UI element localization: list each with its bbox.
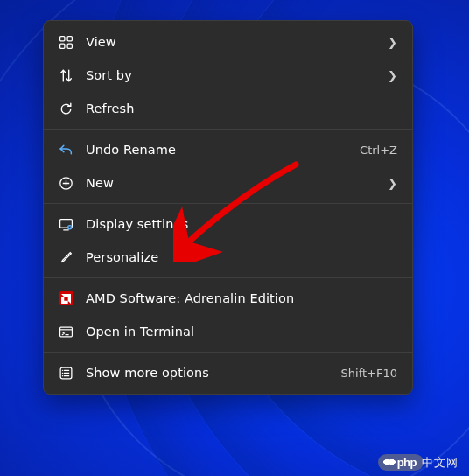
menu-item-label: Personalize	[86, 250, 397, 264]
new-icon	[59, 176, 74, 191]
menu-item-label: Sort by	[86, 68, 374, 82]
menu-item-label: Display settings	[86, 217, 397, 231]
svg-rect-0	[60, 36, 65, 40]
more-options-icon	[59, 366, 74, 381]
menu-separator	[44, 129, 412, 130]
svg-rect-3	[67, 44, 72, 48]
menu-item-label: New	[86, 176, 374, 190]
menu-item-label: Open in Terminal	[86, 325, 397, 339]
menu-separator	[44, 203, 412, 204]
menu-item-accelerator: Ctrl+Z	[360, 144, 397, 157]
desktop-context-menu: View ❯ Sort by ❯ Refresh Undo Rename Ctr…	[43, 20, 413, 395]
menu-item-show-more-options[interactable]: Show more options Shift+F10	[48, 356, 408, 389]
menu-item-display-settings[interactable]: Display settings	[48, 207, 408, 241]
personalize-icon	[59, 250, 74, 265]
menu-item-label: Refresh	[86, 102, 397, 116]
menu-item-sort[interactable]: Sort by ❯	[48, 59, 408, 92]
menu-item-new[interactable]: New ❯	[48, 166, 408, 200]
menu-item-label: Show more options	[86, 366, 329, 380]
refresh-icon	[59, 102, 74, 116]
menu-item-label: AMD Software: Adrenalin Edition	[86, 291, 397, 305]
undo-icon	[59, 143, 74, 158]
chevron-right-icon: ❯	[387, 36, 397, 49]
sort-icon	[59, 68, 74, 83]
chevron-right-icon: ❯	[387, 69, 397, 82]
svg-rect-2	[60, 44, 65, 48]
menu-item-accelerator: Shift+F10	[341, 367, 397, 380]
menu-item-undo[interactable]: Undo Rename Ctrl+Z	[48, 133, 408, 166]
menu-item-label: View	[86, 35, 374, 49]
amd-icon	[59, 291, 74, 306]
menu-item-open-terminal[interactable]: Open in Terminal	[48, 315, 408, 348]
terminal-icon	[59, 325, 74, 340]
svg-point-6	[68, 225, 72, 228]
menu-item-label: Undo Rename	[86, 143, 347, 157]
watermark: php 中文网	[378, 454, 458, 471]
svg-rect-1	[67, 36, 72, 40]
menu-separator	[44, 277, 412, 278]
menu-item-view[interactable]: View ❯	[48, 25, 408, 59]
menu-item-refresh[interactable]: Refresh	[48, 92, 408, 125]
menu-separator	[44, 352, 412, 353]
watermark-badge: php	[378, 454, 424, 471]
watermark-text: 中文网	[422, 455, 458, 471]
chevron-right-icon: ❯	[387, 177, 397, 190]
display-icon	[59, 217, 74, 232]
menu-item-amd-software[interactable]: AMD Software: Adrenalin Edition	[48, 282, 408, 315]
menu-item-personalize[interactable]: Personalize	[48, 241, 408, 274]
view-grid-icon	[59, 35, 74, 50]
